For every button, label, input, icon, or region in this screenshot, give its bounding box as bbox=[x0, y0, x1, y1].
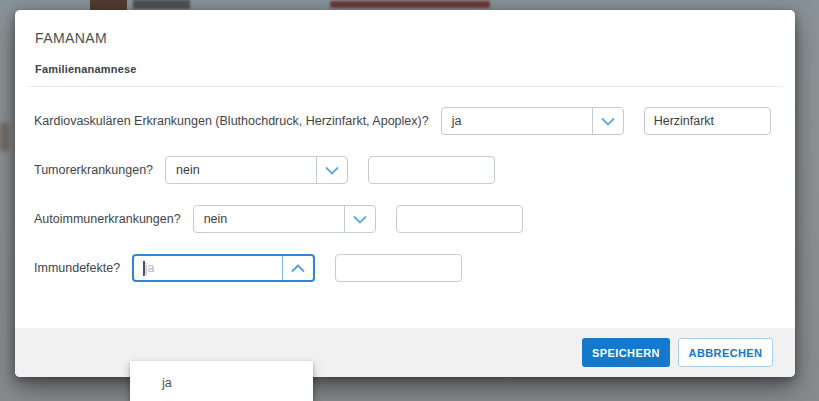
select-value: nein bbox=[166, 157, 316, 183]
chevron-down-icon bbox=[325, 166, 339, 175]
chevron-down-icon bbox=[601, 117, 615, 126]
row-label: Autoimmunerkrankungen? bbox=[34, 212, 181, 226]
autoimmun-detail-input[interactable] bbox=[396, 205, 523, 233]
select-dropdown-toggle[interactable] bbox=[344, 206, 375, 232]
immundefekte-dropdown-list: ja nein bbox=[130, 361, 313, 401]
background-header-text bbox=[330, 1, 490, 8]
dialog-header: FAMANAM Familienanamnese bbox=[15, 10, 795, 75]
autoimmun-select[interactable]: nein bbox=[193, 205, 376, 233]
row-label: Tumorerkrankungen? bbox=[34, 163, 153, 177]
row-label: Kardiovaskulären Erkrankungen (Bluthochd… bbox=[34, 114, 429, 128]
kardiovaskulaer-detail-input[interactable] bbox=[644, 107, 771, 135]
dialog-content: Kardiovaskulären Erkrankungen (Bluthochd… bbox=[15, 87, 795, 282]
cancel-button[interactable]: ABBRECHEN bbox=[678, 338, 773, 367]
row-label: Immundefekte? bbox=[34, 261, 120, 275]
save-button[interactable]: SPEICHERN bbox=[582, 338, 670, 367]
chevron-up-icon bbox=[291, 264, 305, 273]
form-row-kardiovaskulaer: Kardiovaskulären Erkrankungen (Bluthochd… bbox=[34, 107, 777, 135]
select-dropdown-toggle[interactable] bbox=[592, 108, 623, 134]
background-patient-name bbox=[133, 0, 190, 9]
select-dropdown-toggle[interactable] bbox=[316, 157, 347, 183]
dialog-subtitle: Familienanamnese bbox=[35, 63, 777, 75]
immundefekte-detail-input[interactable] bbox=[335, 254, 462, 282]
immundefekte-select-open[interactable]: ja bbox=[132, 254, 315, 282]
background-left-artifact bbox=[0, 123, 9, 151]
dialog-title: FAMANAM bbox=[35, 31, 777, 46]
form-row-immundefekte: Immundefekte? ja bbox=[34, 254, 777, 282]
select-value: ja bbox=[134, 256, 282, 280]
form-row-autoimmun: Autoimmunerkrankungen? nein bbox=[34, 205, 777, 233]
form-row-tumor: Tumorerkrankungen? nein bbox=[34, 156, 777, 184]
dropdown-option-ja[interactable]: ja bbox=[130, 361, 313, 401]
background-patient-photo bbox=[90, 0, 127, 10]
select-value-text: ja bbox=[145, 261, 155, 275]
select-dropdown-toggle[interactable] bbox=[282, 256, 313, 280]
tumor-select[interactable]: nein bbox=[165, 156, 348, 184]
chevron-down-icon bbox=[353, 215, 367, 224]
select-value: nein bbox=[194, 206, 344, 232]
select-value: ja bbox=[442, 108, 592, 134]
kardiovaskulaer-select[interactable]: ja bbox=[441, 107, 624, 135]
tumor-detail-input[interactable] bbox=[368, 156, 495, 184]
famanam-dialog: FAMANAM Familienanamnese Kardiovaskuläre… bbox=[15, 10, 795, 377]
